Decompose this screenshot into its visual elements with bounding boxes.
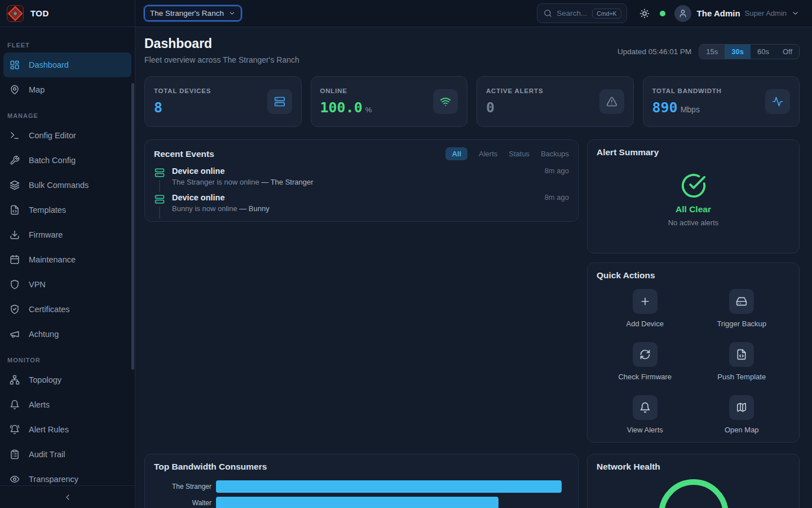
stat-card-total-bandwidth: TOTAL BANDWIDTH 890Mbps bbox=[643, 76, 800, 127]
quick-action-label: View Alerts bbox=[627, 426, 663, 434]
event-row[interactable]: Device online 8m ago The Stranger is now… bbox=[154, 167, 569, 192]
quick-action-add-device[interactable]: Add Device bbox=[597, 289, 694, 328]
bandwidth-chart-title: Top Bandwidth Consumers bbox=[154, 462, 569, 472]
sidebar-item-vpn[interactable]: VPN bbox=[3, 272, 131, 297]
sidebar-item-templates[interactable]: Templates bbox=[3, 198, 131, 222]
sidebar-item-label: Alert Rules bbox=[29, 425, 69, 434]
refresh-60s-button[interactable]: 60s bbox=[751, 45, 776, 59]
sidebar-item-config-editor[interactable]: Config Editor bbox=[3, 123, 131, 148]
search-placeholder: Search... bbox=[557, 9, 587, 17]
search-input[interactable]: Search... Cmd+K bbox=[537, 3, 626, 23]
quick-action-open-map[interactable]: Open Map bbox=[694, 395, 791, 434]
check-circle-icon bbox=[681, 173, 707, 199]
event-message: Bunny is now online bbox=[172, 204, 239, 213]
bar-row: The Stranger bbox=[154, 480, 569, 493]
network-health-title: Network Health bbox=[597, 462, 790, 472]
stat-value: 8 bbox=[154, 99, 162, 116]
stat-card-online: ONLINE 100.0% bbox=[311, 76, 468, 127]
sidebar-item-batch-config[interactable]: Batch Config bbox=[3, 148, 131, 173]
filter-status-button[interactable]: Status bbox=[509, 150, 529, 158]
sidebar-item-firmware[interactable]: Firmware bbox=[3, 222, 131, 247]
sidebar-section-monitor: MONITOR bbox=[3, 357, 131, 364]
sidebar-item-label: Firmware bbox=[29, 230, 63, 239]
filter-alerts-button[interactable]: Alerts bbox=[479, 150, 497, 158]
site-selector[interactable]: The Stranger's Ranch bbox=[144, 6, 241, 21]
sidebar-item-label: Achtung bbox=[29, 330, 59, 339]
user-menu-chevron-icon[interactable] bbox=[791, 9, 800, 17]
main-content: Dashboard Fleet overview across The Stra… bbox=[135, 27, 812, 508]
wifi-icon bbox=[440, 96, 451, 107]
plus-icon bbox=[639, 296, 651, 307]
filter-all-button[interactable]: All bbox=[445, 147, 467, 160]
file-code-icon bbox=[736, 349, 747, 360]
sidebar-item-audit-trail[interactable]: Audit Trail bbox=[3, 442, 131, 467]
stat-card-active-alerts: ACTIVE ALERTS 0 bbox=[476, 76, 634, 127]
quick-action-view-alerts[interactable]: View Alerts bbox=[597, 395, 694, 434]
quick-action-label: Open Map bbox=[725, 426, 759, 434]
stat-label: ONLINE bbox=[320, 87, 372, 94]
bar-label: Walter bbox=[154, 499, 216, 507]
timeline-connector bbox=[159, 207, 160, 218]
download-icon bbox=[10, 230, 20, 240]
bar-label: The Stranger bbox=[154, 483, 216, 491]
sidebar-item-dashboard[interactable]: Dashboard bbox=[3, 52, 131, 77]
network-health-panel: Network Health 100 bbox=[587, 454, 800, 508]
stat-label: TOTAL DEVICES bbox=[154, 87, 211, 94]
stat-unit: Mbps bbox=[681, 105, 700, 114]
terminal-icon bbox=[10, 130, 20, 141]
refresh-30s-button[interactable]: 30s bbox=[725, 45, 751, 59]
quick-action-push-template[interactable]: Push Template bbox=[694, 342, 791, 381]
refresh-off-button[interactable]: Off bbox=[776, 45, 799, 59]
sidebar-item-bulk-commands[interactable]: Bulk Commands bbox=[3, 173, 131, 198]
sidebar-item-label: Config Editor bbox=[29, 131, 76, 140]
chevron-down-icon bbox=[228, 10, 236, 17]
user-name: The Admin bbox=[697, 8, 740, 18]
sidebar-item-alerts[interactable]: Alerts bbox=[3, 392, 131, 417]
sidebar-item-achtung[interactable]: Achtung bbox=[3, 322, 131, 347]
brand-name: TOD bbox=[30, 8, 49, 18]
bell-icon bbox=[639, 402, 651, 413]
stat-unit: % bbox=[365, 106, 372, 114]
theme-toggle-button[interactable] bbox=[639, 8, 650, 19]
filter-backups-button[interactable]: Backups bbox=[541, 150, 569, 158]
event-row[interactable]: Device online 8m ago Bunny is now online… bbox=[154, 193, 569, 218]
quick-action-check-firmware[interactable]: Check Firmware bbox=[597, 342, 694, 381]
sidebar-scrollbar-thumb[interactable] bbox=[131, 83, 134, 370]
sidebar-section-fleet: FLEET bbox=[3, 42, 131, 49]
site-selector-value: The Stranger's Ranch bbox=[150, 9, 224, 17]
server-icon bbox=[274, 96, 285, 107]
user-icon bbox=[678, 9, 687, 18]
sidebar-item-label: Certificates bbox=[29, 305, 70, 314]
avatar[interactable] bbox=[674, 5, 691, 22]
event-filters: All Alerts Status Backups bbox=[445, 147, 569, 160]
recent-events-title: Recent Events bbox=[154, 149, 214, 159]
sidebar-item-topology[interactable]: Topology bbox=[3, 367, 131, 392]
event-device: — The Stranger bbox=[261, 178, 313, 186]
sidebar-collapse-button[interactable] bbox=[0, 485, 135, 508]
sidebar-item-alert-rules[interactable]: Alert Rules bbox=[3, 417, 131, 442]
stat-label: TOTAL BANDWIDTH bbox=[652, 87, 722, 94]
recent-events-panel: Recent Events All Alerts Status Backups bbox=[144, 139, 579, 222]
event-list: Device online 8m ago The Stranger is now… bbox=[154, 167, 569, 218]
file-code-icon bbox=[10, 205, 20, 215]
user-role: Super Admin bbox=[745, 9, 787, 17]
sidebar-item-transparency[interactable]: Transparency bbox=[3, 467, 131, 485]
sidebar-item-map[interactable]: Map bbox=[3, 77, 131, 102]
layers-icon bbox=[10, 180, 20, 190]
bell-ring-icon bbox=[10, 424, 20, 435]
stat-cards-row: TOTAL DEVICES 8 ONLINE 100.0% ACTIVE ALE… bbox=[144, 76, 800, 127]
brand: TOD bbox=[0, 0, 135, 27]
connection-status-dot bbox=[660, 11, 665, 16]
sidebar-item-certificates[interactable]: Certificates bbox=[3, 297, 131, 322]
quick-action-trigger-backup[interactable]: Trigger Backup bbox=[694, 289, 791, 328]
refresh-15s-button[interactable]: 15s bbox=[699, 45, 725, 59]
bar bbox=[216, 497, 498, 508]
refresh-interval-control: 15s 30s 60s Off bbox=[699, 44, 800, 59]
sidebar-item-label: Topology bbox=[29, 375, 61, 384]
sidebar-item-label: Dashboard bbox=[29, 60, 69, 69]
sidebar-item-maintenance[interactable]: Maintenance bbox=[3, 247, 131, 272]
sidebar-item-label: Alerts bbox=[29, 400, 50, 409]
sidebar-item-label: VPN bbox=[29, 280, 46, 289]
page-header: Dashboard Fleet overview across The Stra… bbox=[144, 36, 800, 64]
event-message: The Stranger is now online bbox=[172, 178, 261, 186]
